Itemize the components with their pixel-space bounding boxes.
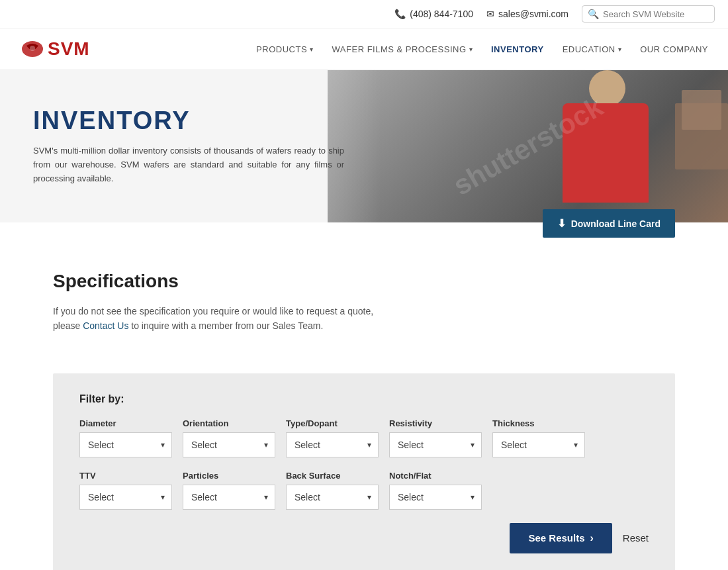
diameter-select[interactable]: Select	[80, 433, 171, 457]
chevron-down-icon: ▾	[469, 46, 473, 53]
filter-box: Filter by: Diameter Select ▾ Orientation…	[53, 373, 675, 570]
particles-select-wrapper[interactable]: Select ▾	[183, 485, 275, 510]
orientation-select-wrapper[interactable]: Select ▾	[183, 432, 275, 457]
filter-group-ttv: TTV Select ▾	[79, 471, 172, 510]
phone-contact: 📞 (408) 844-7100	[394, 9, 473, 19]
logo-text: SVM	[48, 38, 90, 60]
download-icon: ⬇	[557, 217, 566, 230]
nav-products[interactable]: PRODUCTS ▾	[256, 44, 313, 54]
download-btn-label: Download Line Card	[571, 218, 660, 229]
reset-button[interactable]: Reset	[623, 532, 649, 544]
filter-row-1: Diameter Select ▾ Orientation Select ▾ T…	[79, 418, 649, 457]
nav-inventory[interactable]: INVENTORY	[491, 44, 544, 54]
orientation-select[interactable]: Select	[183, 433, 275, 457]
filter-group-thickness: Thickness Select ▾	[492, 418, 585, 457]
phone-icon: 📞	[394, 9, 406, 19]
worker-figure	[543, 70, 675, 222]
back-surface-select-wrapper[interactable]: Select ▾	[286, 485, 379, 510]
see-results-label: See Results	[528, 532, 584, 544]
back-surface-select[interactable]: Select	[287, 485, 378, 509]
top-bar: 📞 (408) 844-7100 ✉ sales@svmi.com 🔍	[0, 0, 728, 28]
nav-wafer-films[interactable]: WAFER FILMS & PROCESSING ▾	[332, 44, 473, 54]
back-surface-label: Back Surface	[286, 471, 379, 481]
ttv-select-wrapper[interactable]: Select ▾	[79, 485, 172, 510]
diameter-select-wrapper[interactable]: Select ▾	[79, 432, 172, 457]
thickness-label: Thickness	[492, 418, 585, 428]
notch-flat-label: Notch/Flat	[389, 471, 482, 481]
hero-image: shutterstock	[328, 70, 728, 222]
search-icon: 🔍	[588, 9, 599, 19]
thickness-select[interactable]: Select	[493, 433, 584, 457]
filter-group-notch-flat: Notch/Flat Select ▾	[389, 471, 482, 510]
search-input[interactable]	[603, 9, 709, 19]
filter-group-resistivity: Resistivity Select ▾	[389, 418, 482, 457]
main-nav: SVM PRODUCTS ▾ WAFER FILMS & PROCESSING …	[0, 28, 728, 70]
type-dopant-label: Type/Dopant	[286, 418, 379, 428]
filter-group-particles: Particles Select ▾	[183, 471, 275, 510]
specs-section: Specifications If you do not see the spe…	[0, 238, 728, 354]
particles-select[interactable]: Select	[183, 485, 275, 509]
notch-flat-select[interactable]: Select	[390, 485, 481, 509]
hero-content: INVENTORY SVM's multi-million dollar inv…	[0, 70, 364, 222]
hero-description: SVM's multi-million dollar inventory con…	[33, 144, 344, 185]
see-results-button[interactable]: See Results ›	[510, 523, 612, 553]
orientation-label: Orientation	[183, 418, 275, 428]
logo-icon	[20, 36, 45, 62]
thickness-select-wrapper[interactable]: Select ▾	[492, 432, 585, 457]
email-contact: ✉ sales@svmi.com	[486, 9, 569, 19]
arrow-right-icon: ›	[590, 532, 593, 544]
hero-title: INVENTORY	[33, 107, 344, 135]
ttv-label: TTV	[79, 471, 172, 481]
hero-section: shutterstock INVENTORY SVM's multi-milli…	[0, 70, 728, 222]
resistivity-select-wrapper[interactable]: Select ▾	[389, 432, 482, 457]
specs-description: If you do not see the specification you …	[53, 304, 675, 334]
type-dopant-select-wrapper[interactable]: Select ▾	[286, 432, 379, 457]
filter-group-diameter: Diameter Select ▾	[79, 418, 172, 457]
download-btn-wrap: ⬇ Download Line Card	[0, 209, 728, 238]
chevron-down-icon: ▾	[618, 46, 622, 53]
specs-title: Specifications	[53, 271, 675, 292]
chevron-down-icon: ▾	[310, 46, 314, 53]
ttv-select[interactable]: Select	[80, 485, 171, 509]
email-address: sales@svmi.com	[498, 9, 569, 19]
filter-group-back-surface: Back Surface Select ▾	[286, 471, 379, 510]
resistivity-label: Resistivity	[389, 418, 482, 428]
resistivity-select[interactable]: Select	[390, 433, 481, 457]
type-dopant-select[interactable]: Select	[287, 433, 378, 457]
particles-label: Particles	[183, 471, 275, 481]
filter-group-orientation: Orientation Select ▾	[183, 418, 275, 457]
nav-items: PRODUCTS ▾ WAFER FILMS & PROCESSING ▾ IN…	[256, 44, 708, 54]
email-icon: ✉	[486, 9, 494, 19]
download-line-card-button[interactable]: ⬇ Download Line Card	[543, 209, 675, 238]
diameter-label: Diameter	[79, 418, 172, 428]
logo[interactable]: SVM	[20, 36, 90, 62]
notch-flat-select-wrapper[interactable]: Select ▾	[389, 485, 482, 510]
filter-label: Filter by:	[79, 393, 649, 405]
nav-education[interactable]: EDUCATION ▾	[563, 44, 622, 54]
contact-us-link[interactable]: Contact Us	[83, 320, 128, 331]
nav-our-company[interactable]: OUR COMPANY	[640, 44, 708, 54]
filter-group-type-dopant: Type/Dopant Select ▾	[286, 418, 379, 457]
search-box[interactable]: 🔍	[582, 5, 715, 23]
svg-point-1	[30, 46, 35, 51]
filter-row-2: TTV Select ▾ Particles Select ▾ Back Sur…	[79, 471, 649, 510]
phone-number: (408) 844-7100	[410, 9, 473, 19]
filter-actions: See Results › Reset	[79, 523, 649, 553]
